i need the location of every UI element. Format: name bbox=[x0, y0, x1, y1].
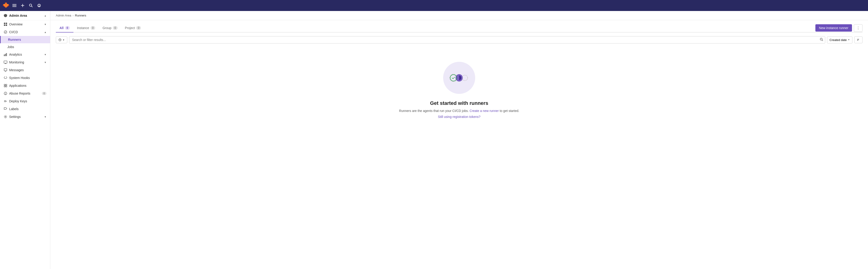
empty-state-desc-suffix: to get started. bbox=[500, 109, 519, 113]
tab-project-count: 0 bbox=[136, 26, 141, 30]
create-runner-link[interactable]: Create a new runner bbox=[470, 109, 499, 113]
filter-bar: ▼ Created date bbox=[56, 36, 863, 43]
sidebar-system-hooks-label: System Hooks bbox=[9, 76, 30, 80]
filter-time-chevron: ▼ bbox=[62, 39, 65, 41]
sidebar: Admin Area ▲ Overview ▼ CI/CD ▲ Runners … bbox=[0, 11, 50, 269]
empty-state: Get started with runners Runners are the… bbox=[56, 53, 863, 128]
overview-chevron: ▼ bbox=[44, 23, 46, 26]
sidebar-overview-label: Overview bbox=[9, 23, 23, 26]
svg-rect-17 bbox=[6, 53, 7, 56]
svg-rect-13 bbox=[6, 25, 7, 26]
search-btn[interactable] bbox=[28, 2, 34, 8]
tab-group-label: Group bbox=[102, 26, 112, 30]
svg-line-6 bbox=[32, 6, 33, 7]
sidebar-item-jobs[interactable]: Jobs bbox=[0, 43, 50, 51]
svg-rect-21 bbox=[4, 84, 5, 85]
svg-point-38 bbox=[462, 75, 468, 81]
svg-rect-1 bbox=[12, 5, 17, 6]
sidebar-item-overview[interactable]: Overview ▼ bbox=[0, 20, 50, 28]
runners-label: Runners bbox=[8, 38, 21, 41]
search-input-wrap bbox=[69, 36, 825, 43]
breadcrumb-current: Runners bbox=[75, 14, 86, 17]
sidebar-settings-label: Settings bbox=[9, 115, 21, 119]
svg-rect-16 bbox=[5, 54, 6, 56]
empty-state-desc-text: Runners are the agents that run your CI/… bbox=[399, 109, 469, 113]
svg-rect-0 bbox=[12, 4, 17, 5]
filter-time-btn[interactable]: ▼ bbox=[56, 36, 67, 43]
search-icon bbox=[820, 38, 824, 41]
sidebar-item-deploy-keys[interactable]: Deploy Keys bbox=[0, 97, 50, 105]
tab-project[interactable]: Project 0 bbox=[121, 24, 145, 32]
sidebar-item-settings[interactable]: Settings ▼ bbox=[0, 113, 50, 121]
tab-instance[interactable]: Instance 0 bbox=[73, 24, 99, 32]
gitlab-logo[interactable] bbox=[3, 2, 9, 9]
registration-tokens-link[interactable]: Still using registration tokens? bbox=[438, 115, 480, 119]
page-body: All 0 Instance 0 Group 0 Project 0 New i… bbox=[50, 20, 868, 131]
sidebar-messages-label: Messages bbox=[9, 68, 24, 72]
sidebar-item-cicd[interactable]: CI/CD ▲ bbox=[0, 28, 50, 36]
tabs-bar: All 0 Instance 0 Group 0 Project 0 New i… bbox=[56, 24, 863, 32]
sidebar-toggle-btn[interactable] bbox=[11, 2, 18, 8]
more-options-btn[interactable]: ⋮ bbox=[854, 24, 863, 32]
issues-btn[interactable] bbox=[36, 2, 42, 8]
svg-rect-24 bbox=[6, 86, 7, 87]
sidebar-item-system-hooks[interactable]: System Hooks bbox=[0, 74, 50, 82]
svg-rect-12 bbox=[4, 25, 5, 26]
cicd-chevron: ▲ bbox=[44, 31, 46, 33]
svg-point-9 bbox=[39, 6, 39, 6]
svg-rect-23 bbox=[4, 86, 5, 87]
analytics-chevron: ▼ bbox=[44, 53, 46, 56]
tab-all[interactable]: All 0 bbox=[56, 24, 73, 32]
sort-direction-icon bbox=[857, 38, 860, 41]
svg-rect-15 bbox=[4, 55, 5, 56]
sidebar-item-applications[interactable]: Applications bbox=[0, 82, 50, 90]
svg-rect-10 bbox=[4, 23, 5, 24]
admin-area-chevron: ▲ bbox=[44, 14, 46, 17]
tab-all-label: All bbox=[60, 26, 64, 30]
svg-rect-22 bbox=[6, 84, 7, 85]
sidebar-item-runners[interactable]: Runners bbox=[0, 36, 50, 43]
sidebar-item-labels[interactable]: Labels bbox=[0, 105, 50, 113]
sort-direction-btn[interactable] bbox=[854, 36, 863, 43]
sidebar-item-monitoring[interactable]: Monitoring ▼ bbox=[0, 58, 50, 66]
search-icon-btn[interactable] bbox=[820, 38, 824, 42]
topbar bbox=[0, 0, 868, 11]
sidebar-applications-label: Applications bbox=[9, 84, 27, 87]
svg-point-28 bbox=[4, 100, 6, 102]
sidebar-admin-area-header[interactable]: Admin Area ▲ bbox=[0, 11, 50, 20]
tab-instance-count: 0 bbox=[91, 26, 95, 30]
jobs-label: Jobs bbox=[7, 45, 14, 49]
sidebar-admin-area-label: Admin Area bbox=[9, 14, 27, 18]
new-instance-runner-btn[interactable]: New instance runner bbox=[815, 24, 852, 32]
tab-all-count: 0 bbox=[65, 26, 70, 30]
empty-state-description: Runners are the agents that run your CI/… bbox=[399, 109, 519, 113]
new-tab-btn[interactable] bbox=[20, 2, 26, 8]
breadcrumb-separator: › bbox=[72, 14, 73, 17]
tab-group[interactable]: Group 0 bbox=[99, 24, 121, 32]
svg-line-32 bbox=[822, 40, 823, 41]
svg-rect-11 bbox=[6, 23, 7, 24]
svg-rect-2 bbox=[12, 6, 17, 7]
sort-date-btn[interactable]: Created date bbox=[827, 36, 852, 43]
search-input[interactable] bbox=[69, 36, 825, 43]
breadcrumb: Admin Area › Runners bbox=[50, 11, 868, 20]
svg-point-5 bbox=[30, 4, 32, 6]
sort-date-label: Created date bbox=[830, 38, 847, 42]
sidebar-item-abuse-reports[interactable]: Abuse Reports 0 bbox=[0, 90, 50, 97]
sidebar-labels-label: Labels bbox=[9, 107, 19, 111]
sidebar-deploy-keys-label: Deploy Keys bbox=[9, 99, 27, 103]
svg-rect-18 bbox=[4, 61, 7, 63]
sidebar-item-analytics[interactable]: Analytics ▼ bbox=[0, 51, 50, 58]
abuse-reports-badge: 0 bbox=[42, 92, 46, 95]
tab-project-label: Project bbox=[125, 26, 135, 30]
sidebar-item-messages[interactable]: Messages bbox=[0, 66, 50, 74]
svg-point-29 bbox=[5, 116, 6, 117]
sidebar-analytics-label: Analytics bbox=[9, 53, 22, 56]
tab-instance-label: Instance bbox=[77, 26, 89, 30]
main-content: Admin Area › Runners All 0 Instance 0 Gr… bbox=[50, 11, 868, 269]
breadcrumb-parent[interactable]: Admin Area bbox=[56, 14, 71, 17]
empty-state-icon bbox=[443, 62, 475, 94]
sidebar-cicd-label: CI/CD bbox=[9, 30, 18, 34]
svg-rect-4 bbox=[21, 5, 24, 6]
clock-icon bbox=[58, 38, 62, 41]
